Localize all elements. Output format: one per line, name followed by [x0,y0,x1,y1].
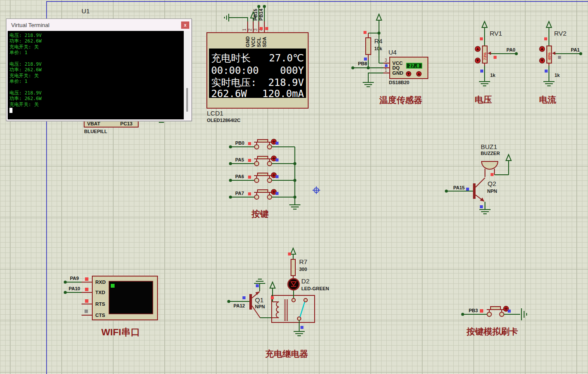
wifi-pin-txd: TXD [95,290,105,295]
buz1-ref: BUZ1 [481,143,497,150]
logic-state-indicator [85,310,88,313]
ground-icon [479,82,490,86]
section-label-card: 按键模拟刷卡 [466,327,518,336]
pot-down-button[interactable] [475,58,480,63]
q1-ref: Q1 [255,296,264,304]
keys-section[interactable]: PB0 PA5 [229,139,301,219]
d2-part: LED-GREEN [301,286,329,291]
temp-up-button[interactable] [417,72,421,76]
temp-down-button[interactable] [406,72,411,76]
r7-ref: R7 [299,258,307,265]
logic-state-indicator [85,277,88,281]
lcd-pin-2: 2 [248,28,252,31]
net-label-pa0: PA0 [506,47,515,52]
mcu-ref: U1 [82,7,90,15]
logic-state-indicator [558,56,561,59]
lcd-line1-right: 27.0℃ [269,52,304,64]
logic-state-indicator [276,158,279,161]
rv2-ref: RV2 [554,30,567,37]
push-button-pa6[interactable]: PA6 [229,173,295,182]
junction-dot [263,5,266,8]
terminal-line: 单价: 1 [9,49,184,55]
terminal-line: 电压: 218.9V [9,32,184,38]
r7-value: 300 [299,267,307,272]
logic-state-indicator [276,175,279,178]
logic-state-indicator [85,288,88,291]
logic-state-indicator [288,252,291,255]
wifi-pin-cts: CTS [95,313,105,318]
lcd-ref: LCD1 [207,109,223,117]
relay-section[interactable]: PA12 Q1 NPN [227,248,329,359]
wifi-section[interactable]: PA9 PA10 RXD TXD RTS CTS WIFI串口 [64,276,158,338]
resistor-r4[interactable] [366,38,371,55]
net-label-pa15: PA15 [453,185,465,190]
logic-state-indicator [480,309,483,313]
buz1-part: BUZZER [481,151,500,156]
terminal-line: 功率: 262.6W [9,67,184,72]
origin-marker-icon [312,186,320,194]
pot-rv1-section[interactable]: 73% PA0 1k RV1 电压 [475,21,518,104]
wifi-pin-rts: RTS [95,301,105,307]
ground-icon [224,14,229,21]
virtual-terminal-window[interactable]: Virtual Terminal x 电压: 218.9V 功率: 262.6W… [6,18,192,121]
logic-state-indicator [248,192,251,195]
net-terminal-dot [461,313,464,316]
net-label-pa5: PA5 [235,157,244,162]
schematic-canvas[interactable]: U1 VBAT PC13 BLUEPILL PB15 PB14 1 2 3 4 [0,0,588,374]
card-key-section[interactable]: PB3 按键模拟刷卡 [461,306,527,336]
buzzer-body[interactable] [482,161,498,169]
close-button[interactable]: x [181,21,189,29]
logic-state-indicator [260,27,263,30]
logic-state-indicator [545,70,548,73]
u4-part: DS18B20 [389,80,409,85]
push-button-pa5[interactable]: PA5 [229,156,295,166]
push-button-pa7[interactable]: PA7 [229,189,295,199]
lcd-pin-1: 1 [242,28,247,31]
lcd-pin-3: 3 [253,28,258,31]
rv1-value: 1k [490,73,496,78]
net-label-pa6: PA6 [235,174,244,179]
terminal-line: 充电开关: 关 [9,101,184,107]
led-d2[interactable] [288,279,299,290]
push-button-pb0[interactable]: PB0 [229,139,295,149]
net-terminal-dot [445,190,448,193]
net-label-pa1: PA1 [571,47,580,52]
net-label-pb0: PB0 [235,140,244,146]
junction-dot [294,179,297,182]
pot-up-button[interactable] [475,46,480,52]
net-terminal-dot [515,52,518,55]
pot-up-button[interactable] [540,46,545,52]
temp-sensor-section[interactable]: R4 10k PB8 3 2 1 VCC DQ GND 27.0 U4 DS18… [352,14,428,105]
net-label-pa12: PA12 [233,303,245,308]
terminal-line [9,84,184,90]
net-terminal-dot [579,52,582,55]
terminal-cursor [9,108,12,113]
ground-icon [479,210,491,214]
virtual-terminal-titlebar[interactable]: Virtual Terminal x [6,19,191,31]
transistor-q2[interactable] [473,178,485,201]
rv2-wiper-pct: 40% [547,52,552,60]
logic-state-indicator [480,205,483,208]
resistor-r7[interactable] [291,259,295,276]
lcd-line4-right: 120.0mA [262,88,304,99]
u4-pin-1: 1 [385,68,387,73]
q1-type: NPN [255,304,265,309]
relay-pole [297,317,301,320]
r4-value: 10k [374,46,382,51]
d2-ref: D2 [301,277,309,285]
lcd-pin-scl: SCL [256,37,261,47]
push-button-pb3[interactable] [487,306,511,316]
net-label-pb3: PB3 [469,308,478,313]
pot-down-button[interactable] [540,58,545,63]
logic-state-indicator [85,299,88,303]
pot-rv2-section[interactable]: 40% PA1 1k RV2 电流 [539,21,582,104]
lcd-oled-display[interactable]: PB15 PB14 1 2 3 4 GND VCC SCL SDA 充电时长 2… [207,5,308,123]
ground-icon [254,279,265,283]
buzzer-section[interactable]: BUZ1 BUZZER PA15 Q2 NPN [445,143,512,214]
relay-contact [304,298,307,302]
terminal-scrollbar-thumb[interactable] [186,88,188,112]
power-arrow-icon [482,21,487,46]
u4-pin-gnd: GND [392,70,403,76]
logic-state-indicator [248,176,251,179]
terminal-scrollbar[interactable] [184,31,190,119]
